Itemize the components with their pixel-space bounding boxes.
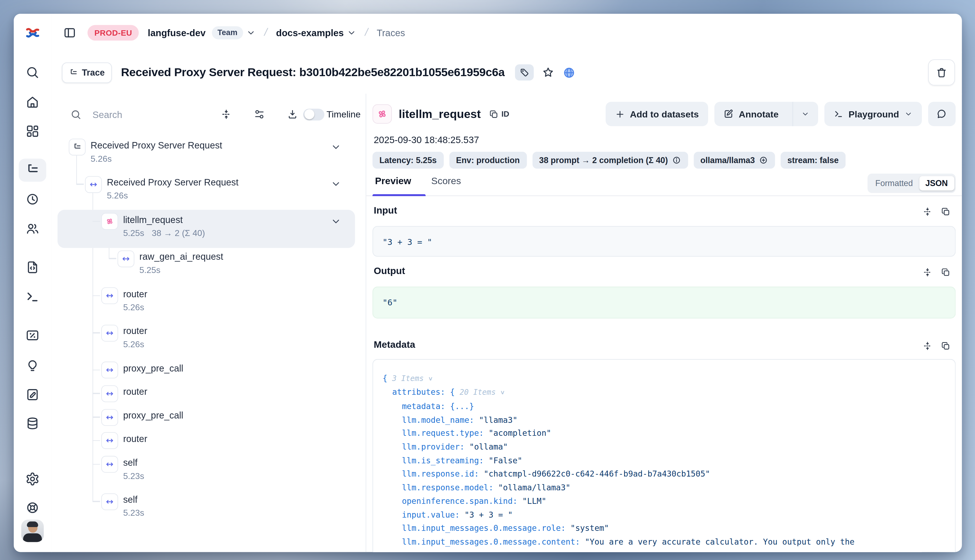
comments-button[interactable]: [928, 102, 955, 126]
bookmark-button[interactable]: [542, 67, 555, 79]
add-to-datasets-button[interactable]: Add to datasets: [605, 102, 708, 126]
collapse-all-button[interactable]: [221, 108, 232, 120]
project-name[interactable]: docs-examples: [276, 27, 344, 38]
metadata-json-line: llm.input_messages.0.message.content: "Y…: [382, 535, 945, 549]
tree-settings-button[interactable]: [254, 108, 265, 120]
tree-row-label: router: [123, 289, 147, 299]
tags-button[interactable]: [515, 65, 534, 81]
metadata-json-line: llm.is_streaming: "False": [382, 454, 945, 467]
tree-row-duration: 5.26s: [123, 340, 144, 349]
observation-badge[interactable]: stream: false: [781, 152, 846, 168]
breadcrumb-current[interactable]: Traces: [377, 27, 405, 38]
playground-button[interactable]: Playground: [824, 102, 921, 126]
chevron-down-icon[interactable]: [331, 216, 341, 226]
copy-output-button[interactable]: [940, 267, 950, 277]
plus-icon: [615, 109, 625, 119]
sidebar-item-playground-icon[interactable]: [25, 289, 40, 304]
user-avatar[interactable]: [21, 520, 44, 542]
org-chevron-icon[interactable]: [246, 28, 256, 37]
format-json-option[interactable]: JSON: [919, 176, 954, 190]
tree-row-label: litellm_request: [123, 214, 183, 224]
org-name[interactable]: langfuse-dev: [148, 27, 206, 38]
annotate-dropdown-button[interactable]: [792, 102, 818, 126]
app-window: PROD-EU langfuse-dev Team / docs-example…: [13, 13, 962, 552]
observation-badge[interactable]: Env: production: [449, 152, 527, 168]
trace-icon: [69, 68, 78, 77]
comment-icon: [936, 108, 947, 120]
sidebar-item-tracing-icon[interactable]: [25, 162, 40, 177]
tree-row-label: proxy_pre_call: [123, 363, 184, 373]
format-formatted-option[interactable]: Formatted: [869, 178, 919, 188]
breadcrumb-separator: /: [263, 27, 269, 39]
observation-timestamp: 2025-09-30 18:48:25.537: [374, 134, 479, 145]
sidebar-item-datasets-icon[interactable]: [25, 416, 40, 431]
langfuse-logo[interactable]: [25, 26, 40, 39]
detail-tabs: Preview Scores Formatted JSON: [366, 175, 962, 196]
chevron-down-icon[interactable]: [331, 142, 341, 152]
timeline-toggle[interactable]: [303, 108, 324, 120]
collapse-output-button[interactable]: [922, 267, 932, 277]
copy-metadata-button[interactable]: [940, 341, 950, 351]
download-button[interactable]: [287, 108, 298, 120]
span-icon: [101, 432, 118, 449]
desktop-background: PROD-EU langfuse-dev Team / docs-example…: [0, 0, 975, 560]
tab-scores[interactable]: Scores: [431, 175, 461, 187]
sidebar-item-home-icon[interactable]: [25, 94, 40, 109]
chevron-down-icon: [904, 110, 912, 118]
sidebar-item-sessions-icon[interactable]: [25, 192, 40, 207]
tree-row-label: Received Proxy Server Request: [90, 140, 222, 150]
metadata-json-viewer[interactable]: { 3 Items ∨attributes: { 20 Items ∨metad…: [372, 359, 955, 552]
copy-id-button[interactable]: ID: [489, 109, 509, 119]
observation-badge[interactable]: ollama/llama3: [693, 152, 775, 168]
chevron-down-icon[interactable]: [331, 178, 341, 189]
sidebar-item-settings-icon[interactable]: [25, 472, 40, 487]
metadata-json-line: llm.response.model: "ollama/llama3": [382, 481, 945, 494]
metadata-json-line: llm.provider: "ollama": [382, 440, 945, 454]
tree-search[interactable]: Search: [70, 108, 122, 120]
trace-tree-panel: Search Timeline Received Proxy Server Re…: [51, 93, 366, 552]
generation-icon: [372, 104, 392, 124]
sidebar-item-search-icon[interactable]: [25, 65, 40, 80]
public-link-button[interactable]: [563, 66, 576, 79]
copy-input-button[interactable]: [940, 206, 950, 216]
input-value-box[interactable]: "3 + 3 = ": [372, 226, 955, 256]
sidebar-item-prompts-icon[interactable]: [25, 260, 40, 275]
chevron-down-icon: [801, 110, 809, 118]
span-icon: [85, 176, 102, 193]
output-value-box[interactable]: "6": [372, 286, 955, 318]
span-icon: [101, 385, 118, 402]
sidebar-item-users-icon[interactable]: [25, 221, 40, 236]
span-icon: [101, 456, 118, 473]
trash-icon: [935, 67, 947, 78]
sidebar-item-support-icon[interactable]: [25, 500, 40, 515]
terminal-icon: [834, 109, 844, 119]
delete-trace-button[interactable]: [928, 59, 955, 86]
observation-badge[interactable]: 38 prompt → 2 completion (Σ 40): [532, 152, 688, 168]
timeline-label: Timeline: [326, 109, 361, 119]
annotate-button[interactable]: Annotate: [714, 102, 788, 126]
collapse-metadata-button[interactable]: [922, 341, 932, 351]
span-icon: [101, 325, 118, 341]
sidebar-toggle-icon[interactable]: [63, 26, 77, 39]
tree-row-duration: 5.23s: [123, 471, 144, 481]
observation-badge[interactable]: Latency: 5.25s: [372, 152, 443, 168]
span-icon: [101, 362, 118, 378]
span-icon: [101, 493, 118, 510]
tree-connector: [76, 183, 84, 184]
tree-row-label: self: [123, 458, 137, 468]
trace-type-badge: Trace: [62, 62, 112, 83]
tree-row-duration: 5.23s: [123, 508, 144, 518]
tree-row-duration: 5.26s: [123, 303, 144, 312]
tab-preview[interactable]: Preview: [375, 175, 411, 187]
project-chevron-icon[interactable]: [347, 28, 356, 37]
sidebar-item-evals-icon[interactable]: [25, 328, 40, 343]
sidebar-item-dashboards-icon[interactable]: [25, 124, 40, 139]
breadcrumb-separator: /: [364, 27, 370, 39]
collapse-input-button[interactable]: [922, 206, 932, 216]
environment-badge[interactable]: PROD-EU: [87, 25, 139, 40]
metadata-json-line: llm.request.type: "acompletion": [382, 427, 945, 440]
sidebar-item-insights-icon[interactable]: [25, 358, 40, 373]
sidebar-item-annotation-icon[interactable]: [25, 387, 40, 402]
tree-connector: [92, 501, 100, 502]
tree-connector: [92, 464, 100, 465]
